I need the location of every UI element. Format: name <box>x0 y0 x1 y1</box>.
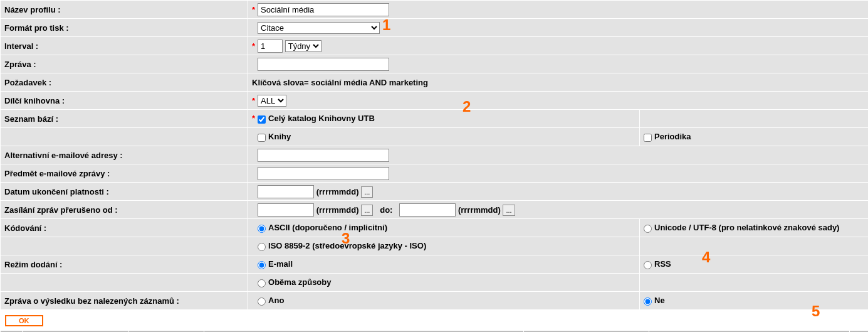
label-request: Požadavek : <box>1 73 248 92</box>
radio-deliv-email-label: E-mail <box>268 259 293 269</box>
date-picker-from[interactable]: ... <box>361 205 373 216</box>
label-print-format: Formát pro tisk : <box>1 19 248 37</box>
row-request: Požadavek : Klíčová slova= sociální médi… <box>1 73 869 92</box>
input-message[interactable] <box>258 58 389 71</box>
label-profile-name: Název profilu : <box>1 1 248 19</box>
radio-empty-no-label: Ne <box>654 296 665 305</box>
label-expiry: Datum ukončení platnosti : <box>1 183 248 201</box>
row-print-format: Formát pro tisk : *Citace <box>1 19 869 37</box>
radio-deliv-email[interactable] <box>258 261 266 269</box>
annotation-3: 3 <box>342 230 350 247</box>
label-sublibrary: Dílčí knihovna : <box>1 92 248 110</box>
annotation-4: 4 <box>702 249 710 266</box>
row-email-subject: Předmět e-mailové zprávy : * <box>1 164 869 183</box>
profile-form: Název profilu : * Formát pro tisk : *Cit… <box>0 0 868 310</box>
radio-deliv-rss[interactable] <box>644 261 652 269</box>
row-message: Zpráva : * <box>1 55 869 73</box>
checkbox-base-all-label: Celý katalog Knihovny UTB <box>268 114 375 123</box>
date-picker-to[interactable]: ... <box>503 205 515 216</box>
radio-enc-unicode[interactable] <box>644 225 652 233</box>
select-interval-unit[interactable]: Týdny <box>285 40 322 52</box>
checkbox-base-books-label: Knihy <box>268 132 291 141</box>
label-suspended: Zasílání zpráv přerušeno od : <box>1 201 248 219</box>
row-encoding-2: *ISO 8859-2 (středoevropské jazyky - ISO… <box>1 237 869 255</box>
row-bases-1: Seznam bází : *Celý katalog Knihovny UTB <box>1 110 869 128</box>
row-delivery-1: Režim dodání : *E-mail RSS <box>1 255 869 274</box>
radio-empty-yes-label: Ano <box>268 296 284 305</box>
select-print-format[interactable]: Citace <box>258 22 380 34</box>
annotation-1: 1 <box>382 16 390 34</box>
annotation-2: 2 <box>463 98 471 115</box>
radio-deliv-rss-label: RSS <box>654 259 671 269</box>
row-profile-name: Název profilu : * <box>1 1 869 19</box>
input-alt-emails[interactable] <box>258 149 389 162</box>
label-bases: Seznam bází : <box>1 110 248 128</box>
radio-enc-ascii-label: ASCII (doporučeno / implicitní) <box>268 223 387 232</box>
checkbox-base-periodicals-label: Periodika <box>654 132 691 141</box>
hint-suspended-to: (rrrrmmdd) <box>458 205 501 215</box>
label-encoding: Kódování : <box>1 219 248 237</box>
label-delivery: Režim dodání : <box>1 255 248 274</box>
row-empty-report: Zpráva o výsledku bez nalezených záznamů… <box>1 292 869 310</box>
checkbox-base-periodicals[interactable] <box>644 134 652 142</box>
input-expiry[interactable] <box>258 185 314 198</box>
radio-deliv-both[interactable] <box>258 279 266 287</box>
row-delivery-2: *Oběma způsoby <box>1 274 869 292</box>
row-sublibrary: Dílčí knihovna : *ALL <box>1 92 869 110</box>
radio-enc-unicode-label: Unicode / UTF-8 (pro nelatinkové znakové… <box>654 223 839 232</box>
row-encoding-1: Kódování : *ASCII (doporučeno / implicit… <box>1 219 869 237</box>
radio-enc-iso[interactable] <box>258 243 266 251</box>
input-email-subject[interactable] <box>258 167 389 180</box>
checkbox-base-books[interactable] <box>258 134 266 142</box>
hint-expiry: (rrrrmmdd) <box>316 187 359 196</box>
radio-empty-no[interactable] <box>644 297 652 306</box>
select-sublibrary[interactable]: ALL <box>258 95 286 107</box>
row-interval: Interval : * Týdny <box>1 37 869 55</box>
input-profile-name[interactable] <box>258 3 389 16</box>
label-to: do: <box>380 205 392 215</box>
row-suspended: Zasílání zpráv přerušeno od : * (rrrrmmd… <box>1 201 869 219</box>
radio-empty-yes[interactable] <box>258 297 266 306</box>
hint-suspended-from: (rrrrmmdd) <box>316 205 359 215</box>
label-empty-report: Zpráva o výsledku bez nalezených záznamů… <box>1 292 248 310</box>
date-picker-expiry[interactable]: ... <box>361 186 373 198</box>
label-alt-emails: Alternativní e-mailové adresy : <box>1 146 248 164</box>
radio-deliv-both-label: Oběma způsoby <box>268 277 331 287</box>
label-email-subject: Předmět e-mailové zprávy : <box>1 164 248 183</box>
radio-enc-ascii[interactable] <box>258 225 266 233</box>
label-message: Zpráva : <box>1 55 248 73</box>
checkbox-base-all[interactable] <box>258 115 266 124</box>
annotation-5: 5 <box>812 303 820 320</box>
value-request: Klíčová slova= sociální média AND market… <box>248 73 869 92</box>
row-expiry: Datum ukončení platnosti : * (rrrrmmdd) … <box>1 183 869 201</box>
input-interval-num[interactable] <box>258 40 283 53</box>
row-bases-2: *Knihy Periodika <box>1 128 869 146</box>
row-alt-emails: Alternativní e-mailové adresy : * <box>1 146 869 164</box>
ok-button[interactable]: OK <box>5 315 43 326</box>
label-interval: Interval : <box>1 37 248 55</box>
input-suspended-to[interactable] <box>399 203 456 217</box>
input-suspended-from[interactable] <box>258 203 314 217</box>
